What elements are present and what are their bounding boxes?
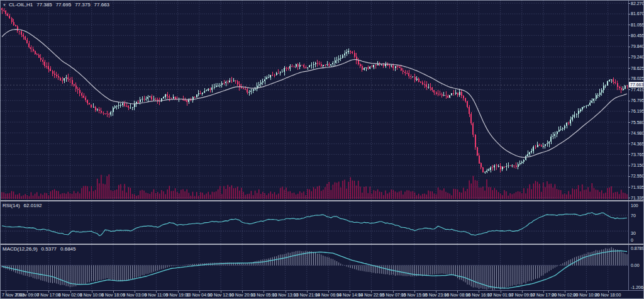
main-chart-panel[interactable]: ▼ CL-OIL,H1 77.385 77.695 77.375 77.663 xyxy=(1,1,628,200)
price-axis-tick xyxy=(628,25,630,25)
time-axis-tick xyxy=(264,291,264,293)
price-axis-tick xyxy=(628,111,630,112)
price-axis-tick xyxy=(628,68,630,69)
macd-value-main: 0.5377 xyxy=(42,246,57,252)
price-axis-tick xyxy=(628,144,630,144)
candles-layer xyxy=(1,8,628,173)
price-axis-tick xyxy=(628,154,630,155)
rsi-name: RSI(14) xyxy=(3,203,20,208)
time-axis-tick xyxy=(135,291,135,293)
rsi-chart[interactable] xyxy=(1,201,628,244)
time-axis-label: 9 Nov 11:00 xyxy=(145,293,168,297)
time-axis-tick xyxy=(479,291,479,293)
price-axis-label: 71.935 xyxy=(631,185,644,189)
price-axis-label: 71.335 xyxy=(631,196,644,200)
price-axis-label: 77.410 xyxy=(631,87,644,92)
price-axis-tick xyxy=(628,57,630,58)
macd-name: MACD(12,26,9) xyxy=(3,246,38,252)
rsi-value: 62.0192 xyxy=(24,203,42,208)
price-axis-label: 74.365 xyxy=(631,142,644,146)
time-axis-tick xyxy=(414,291,415,293)
price-axis-label: 81.055 xyxy=(631,23,644,27)
time-axis-tick xyxy=(608,291,609,293)
macd-scale-label: 0.00 xyxy=(631,263,640,268)
price-axis-label: 79.840 xyxy=(631,44,644,48)
time-axis-tick xyxy=(307,291,308,293)
price-axis-tick xyxy=(628,35,630,36)
macd-title: MACD(12,26,9) 0.5377 0.6845 xyxy=(3,246,76,252)
price-axis-label: 80.455 xyxy=(631,33,644,38)
time-axis-tick xyxy=(457,291,458,293)
price-axis-tick xyxy=(628,14,630,14)
price-axis-tick xyxy=(628,198,630,198)
macd-value-signal: 0.6845 xyxy=(60,246,75,252)
price-axis-label: 72.550 xyxy=(631,174,644,178)
price-axis-label: 76.795 xyxy=(631,98,644,103)
time-axis-tick xyxy=(242,291,243,293)
panel-separator[interactable] xyxy=(1,200,643,201)
time-axis-label: 9 Nov 03:00 xyxy=(123,293,147,297)
price-axis-tick xyxy=(628,89,630,90)
current-price-tag: 77.663 xyxy=(629,82,644,87)
symbol-title: ▼ CL-OIL,H1 77.385 77.695 77.375 77.663 xyxy=(3,2,109,8)
time-axis-label: 8 Nov 02:00 xyxy=(58,293,82,297)
time-axis-tick xyxy=(48,291,49,293)
triangle-down-icon[interactable]: ▼ xyxy=(3,3,6,7)
price-axis-tick xyxy=(628,3,630,4)
price-axis-label: 74.980 xyxy=(631,131,644,135)
panel-separator[interactable] xyxy=(1,244,643,245)
moving-average-line xyxy=(2,30,627,158)
time-axis-tick xyxy=(92,291,92,293)
candlestick-chart[interactable] xyxy=(1,1,628,200)
time-axis-tick xyxy=(199,291,200,293)
time-axis-tick xyxy=(522,291,523,293)
close-value: 77.663 xyxy=(94,2,109,8)
price-axis-tick xyxy=(628,47,630,47)
time-axis-tick xyxy=(543,291,544,293)
time-axis-label: 7 Nov 17:00 xyxy=(37,293,61,297)
price-axis-label: 82.270 xyxy=(631,1,644,6)
price-axis-label: 78.025 xyxy=(631,76,644,81)
low-value: 77.375 xyxy=(75,2,90,8)
rsi-panel[interactable]: RSI(14) 62.0192 xyxy=(1,201,628,244)
time-axis-tick xyxy=(113,291,114,293)
rsi-scale-label: 100 xyxy=(631,203,638,208)
price-axis-label: 81.670 xyxy=(631,11,644,16)
time-axis[interactable]: 7 Nov 20237 Nov 09:007 Nov 17:008 Nov 02… xyxy=(1,290,643,299)
open-value: 77.385 xyxy=(36,2,52,8)
price-axis-tick xyxy=(628,101,630,101)
high-value: 77.695 xyxy=(56,2,71,8)
time-axis-tick xyxy=(501,291,501,293)
rsi-scale-label: 30 xyxy=(631,231,636,235)
price-axis-tick xyxy=(628,133,630,133)
rsi-line xyxy=(2,213,627,236)
time-axis-tick xyxy=(371,291,372,293)
macd-chart[interactable] xyxy=(1,245,628,290)
price-axis-tick xyxy=(628,79,630,79)
macd-panel[interactable]: MACD(12,26,9) 0.5377 0.6845 xyxy=(1,245,628,290)
time-axis-label: 8 Nov 10:00 xyxy=(80,293,104,297)
trading-chart-window: ▼ CL-OIL,H1 77.385 77.695 77.375 77.663 … xyxy=(0,0,644,299)
time-axis-tick xyxy=(6,291,6,293)
rsi-title: RSI(14) 62.0192 xyxy=(3,203,42,208)
time-axis-tick xyxy=(328,291,329,293)
price-axis-label: 78.625 xyxy=(631,66,644,71)
time-axis-label: 8 Nov 18:00 xyxy=(101,293,125,297)
price-axis-label: 79.240 xyxy=(631,55,644,59)
price-axis-tick xyxy=(628,187,630,188)
symbol-label: CL-OIL,H1 xyxy=(9,2,33,8)
time-axis-tick xyxy=(350,291,350,293)
time-axis-tick xyxy=(221,291,221,293)
price-axis-label: 76.195 xyxy=(631,109,644,113)
price-axis-tick xyxy=(628,122,630,123)
rsi-scale-label: 70 xyxy=(631,213,636,218)
time-axis-tick xyxy=(27,291,28,293)
time-axis-tick xyxy=(565,291,565,293)
price-axis-label: 73.150 xyxy=(631,163,644,167)
time-axis-tick xyxy=(286,291,286,293)
macd-scale-label: -1.2062 xyxy=(631,285,644,290)
price-axis-label: 73.765 xyxy=(631,152,644,157)
price-axis-label: 75.580 xyxy=(631,120,644,125)
time-axis-tick xyxy=(436,291,436,293)
time-axis-tick xyxy=(178,291,179,293)
